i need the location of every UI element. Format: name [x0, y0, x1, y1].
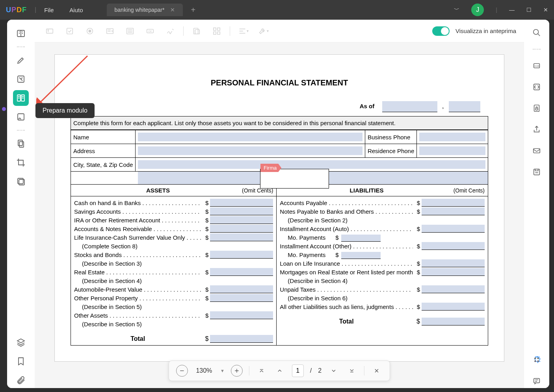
- currency-symbol: $: [413, 242, 420, 251]
- minimize-button[interactable]: ―: [509, 7, 515, 13]
- svg-rect-5: [18, 140, 22, 146]
- add-tab-button[interactable]: +: [191, 6, 195, 15]
- amount-field[interactable]: [210, 199, 273, 207]
- mo-payment-field[interactable]: [341, 235, 381, 242]
- currency-symbol: $: [413, 303, 420, 311]
- listbox-tool-icon[interactable]: [123, 24, 137, 38]
- city-state-zip-field[interactable]: [138, 160, 485, 169]
- dropdown-tool-icon[interactable]: [103, 24, 117, 38]
- currency-symbol: $: [201, 225, 208, 233]
- search-icon[interactable]: [530, 26, 544, 40]
- zoom-dropdown-icon[interactable]: ▼: [220, 368, 225, 373]
- amount-field[interactable]: [422, 303, 485, 311]
- liabilities-total-field[interactable]: [422, 318, 485, 325]
- amount-field[interactable]: [422, 259, 485, 267]
- amount-field[interactable]: [422, 199, 485, 207]
- amount-field[interactable]: [422, 207, 485, 215]
- amount-field[interactable]: [210, 216, 273, 224]
- line-item: Accounts Payable$: [280, 199, 485, 207]
- form-toolbar: OK ▾ ▾ Visualizza in anteprima: [35, 20, 524, 43]
- redact-icon[interactable]: [13, 174, 29, 189]
- business-phone-field[interactable]: [419, 133, 485, 141]
- amount-field[interactable]: [422, 225, 485, 233]
- last-page-button[interactable]: [346, 365, 358, 377]
- radio-tool-icon[interactable]: [83, 24, 97, 38]
- chevron-down-icon[interactable]: ﹀: [454, 6, 459, 13]
- align-tool-icon[interactable]: ▾: [236, 24, 250, 38]
- currency-symbol: $: [201, 285, 208, 294]
- bookmark-icon[interactable]: [13, 353, 29, 369]
- document-viewport[interactable]: PERSONAL FINANCIAL STATEMENT As of , Com…: [35, 43, 524, 388]
- organize-pages-icon[interactable]: [13, 136, 29, 152]
- share-icon[interactable]: [530, 122, 544, 137]
- crop-icon[interactable]: [13, 155, 29, 170]
- amount-field[interactable]: [210, 294, 273, 302]
- close-window-button[interactable]: ✕: [543, 7, 548, 13]
- form-recognition-icon[interactable]: [190, 24, 204, 38]
- menu-help[interactable]: Aiuto: [69, 7, 83, 13]
- prepare-form-icon[interactable]: [13, 90, 29, 106]
- amount-field[interactable]: [210, 225, 273, 233]
- residence-phone-field[interactable]: [419, 146, 485, 155]
- reader-mode-icon[interactable]: [13, 26, 29, 41]
- currency-symbol: $: [413, 259, 420, 268]
- preview-toggle[interactable]: [432, 26, 450, 36]
- amount-field[interactable]: [210, 311, 273, 319]
- amount-field[interactable]: [210, 268, 273, 276]
- mo-payment-field[interactable]: [341, 252, 381, 259]
- edit-text-icon[interactable]: [13, 71, 29, 87]
- email-icon[interactable]: [530, 144, 544, 158]
- amount-field[interactable]: [422, 268, 485, 276]
- prev-page-button[interactable]: [274, 365, 286, 377]
- button-tool-icon[interactable]: OK: [143, 24, 157, 38]
- amount-field[interactable]: [422, 242, 485, 250]
- active-indicator-dot: [2, 107, 6, 111]
- page-total: 2: [318, 367, 322, 374]
- document-tab[interactable]: banking whitepapar* ✕: [107, 4, 183, 16]
- user-avatar[interactable]: J: [471, 4, 484, 16]
- zoom-in-button[interactable]: [231, 365, 243, 377]
- protect-icon[interactable]: [530, 101, 544, 115]
- asof-date-field[interactable]: [382, 101, 437, 112]
- checkbox-tool-icon[interactable]: [63, 24, 77, 38]
- amount-field[interactable]: [210, 207, 273, 215]
- signature-tool-icon[interactable]: [163, 24, 177, 38]
- layers-icon[interactable]: [13, 335, 29, 350]
- asof-year-field[interactable]: [449, 101, 480, 112]
- signature-tag[interactable]: Firma: [260, 164, 281, 172]
- tools-icon[interactable]: ▾: [256, 24, 270, 38]
- grid-tool-icon[interactable]: [210, 24, 224, 38]
- svg-rect-29: [534, 149, 540, 153]
- first-page-button[interactable]: [256, 365, 268, 377]
- line-item-sublabel: (Describe in Section 5): [74, 303, 201, 311]
- ai-assistant-icon[interactable]: [530, 353, 544, 367]
- svg-text:OCR: OCR: [534, 65, 539, 67]
- line-item-label: Unpaid Taxes: [280, 285, 413, 294]
- menu-file[interactable]: File: [44, 7, 54, 13]
- ocr-icon[interactable]: OCR: [530, 59, 544, 73]
- page-input[interactable]: [292, 364, 304, 377]
- highlight-icon[interactable]: [13, 52, 29, 68]
- comment-icon[interactable]: [530, 374, 544, 388]
- amount-field[interactable]: [422, 285, 485, 293]
- amount-field[interactable]: [210, 285, 273, 293]
- amount-field[interactable]: [210, 251, 273, 259]
- maximize-button[interactable]: ☐: [526, 7, 532, 13]
- save-icon[interactable]: [530, 165, 544, 179]
- close-bar-button[interactable]: [371, 365, 383, 377]
- currency-symbol: $: [201, 216, 208, 225]
- fill-sign-icon[interactable]: [13, 109, 29, 125]
- next-page-button[interactable]: [328, 365, 340, 377]
- name-field[interactable]: [138, 133, 362, 141]
- amount-field[interactable]: [210, 233, 273, 241]
- address-field[interactable]: [138, 146, 362, 155]
- line-item-label: Installment Account (Other): [280, 242, 413, 251]
- close-tab-icon[interactable]: ✕: [170, 7, 175, 13]
- titlebar: UPDF | File Aiuto banking whitepapar* ✕ …: [0, 0, 554, 20]
- attachment-icon[interactable]: [13, 372, 29, 388]
- currency-symbol: $: [201, 199, 208, 207]
- convert-icon[interactable]: [530, 80, 544, 94]
- assets-total-field[interactable]: [210, 335, 273, 343]
- text-field-tool-icon[interactable]: [43, 24, 57, 38]
- zoom-out-button[interactable]: [176, 365, 188, 377]
